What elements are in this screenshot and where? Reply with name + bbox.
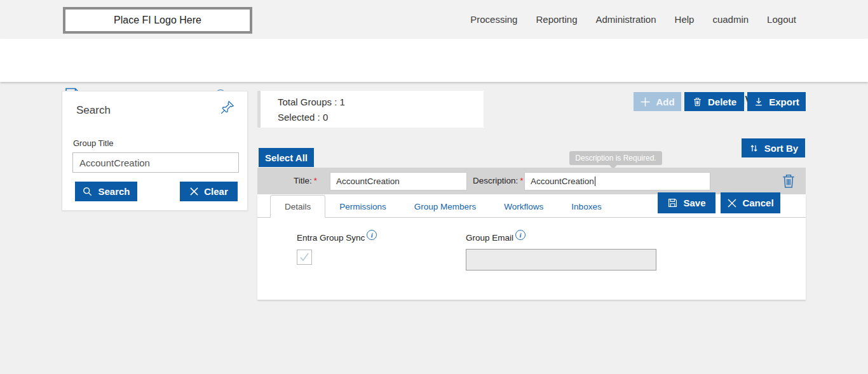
entra-info-icon[interactable]: i: [367, 230, 377, 240]
search-panel-title: Search: [76, 104, 111, 117]
tab-inboxes[interactable]: Inboxes: [557, 195, 615, 218]
entra-group-sync-checkbox[interactable]: [297, 250, 312, 265]
export-button[interactable]: Export: [747, 92, 806, 111]
required-asterisk: *: [520, 176, 523, 185]
tab-permissions[interactable]: Permissions: [325, 195, 400, 218]
trash-icon: [692, 97, 703, 107]
search-button[interactable]: Search: [75, 182, 137, 201]
search-panel: Search Group Title Search Clear: [62, 91, 248, 211]
total-groups-count: Total Groups : 1: [278, 97, 345, 107]
sort-by-label: Sort By: [764, 143, 798, 154]
nav-item-reporting[interactable]: Reporting: [536, 14, 577, 25]
group-description-input[interactable]: AccountCreation: [524, 172, 710, 190]
group-title-label: Group Title: [73, 138, 114, 148]
top-navigation: Processing Reporting Administration Help…: [470, 0, 796, 39]
add-button-label: Add: [656, 97, 674, 107]
save-button[interactable]: Save: [658, 192, 715, 213]
clear-button[interactable]: Clear: [180, 182, 238, 201]
clear-button-label: Clear: [204, 186, 228, 197]
group-row: Title:* Description:* AccountCreation: [257, 168, 806, 194]
nav-item-help[interactable]: Help: [675, 14, 695, 25]
tooltip-text: Description is Required.: [575, 154, 656, 163]
page-header: Group Maintenance i Kinective Sign: [0, 39, 868, 82]
selected-count: Selected : 0: [278, 112, 328, 123]
nav-item-processing[interactable]: Processing: [470, 14, 517, 25]
export-button-label: Export: [769, 97, 799, 107]
tab-group-members[interactable]: Group Members: [400, 195, 491, 218]
entra-group-sync-label: Entra Group Sync i: [297, 232, 377, 243]
group-email-label: Group Email i: [466, 232, 526, 243]
close-icon: [189, 187, 199, 196]
add-button[interactable]: Add: [634, 92, 681, 111]
fi-logo-placeholder[interactable]: Place FI Logo Here: [63, 7, 252, 34]
download-icon: [754, 97, 764, 107]
description-field-label: Description:*: [473, 176, 524, 185]
nav-item-cuadmin[interactable]: cuadmin: [712, 14, 749, 25]
required-asterisk: *: [314, 176, 317, 185]
plus-icon: [640, 97, 651, 107]
group-title-search-input[interactable]: [72, 152, 239, 173]
group-maintenance-page: Place FI Logo Here Processing Reporting …: [0, 0, 868, 374]
sort-arrows-icon: [749, 143, 759, 154]
close-icon: [727, 198, 737, 208]
save-icon: [667, 197, 678, 208]
nav-item-logout[interactable]: Logout: [767, 14, 796, 25]
search-icon: [82, 186, 93, 197]
nav-item-administration[interactable]: Administration: [596, 14, 656, 25]
group-summary-box: Total Groups : 1 Selected : 0: [257, 91, 484, 128]
tab-details[interactable]: Details: [270, 195, 325, 218]
description-required-tooltip: Description is Required.: [569, 151, 662, 165]
text-cursor: [595, 177, 595, 186]
save-button-label: Save: [683, 197, 705, 208]
title-field-label: Title:*: [294, 176, 317, 185]
delete-button[interactable]: Delete: [684, 92, 744, 111]
check-icon: [299, 251, 310, 263]
group-email-info-icon[interactable]: i: [515, 230, 526, 240]
sort-by-button[interactable]: Sort By: [742, 138, 805, 157]
cancel-button-label: Cancel: [742, 197, 773, 208]
select-all-button[interactable]: Select All: [259, 148, 314, 167]
group-title-input[interactable]: [330, 172, 467, 190]
select-all-label: Select All: [265, 152, 308, 163]
search-button-label: Search: [98, 186, 130, 197]
row-trash-icon[interactable]: [780, 171, 797, 190]
group-email-input: [466, 249, 656, 270]
top-bar: Place FI Logo Here Processing Reporting …: [0, 0, 868, 39]
tab-workflows[interactable]: Workflows: [490, 195, 557, 218]
delete-button-label: Delete: [708, 97, 736, 107]
cancel-button[interactable]: Cancel: [721, 192, 780, 213]
group-detail-panel: Details Permissions Group Members Workfl…: [257, 194, 806, 300]
fi-logo-text: Place FI Logo Here: [114, 15, 201, 26]
description-value: AccountCreation: [531, 177, 594, 186]
pin-icon[interactable]: [219, 99, 236, 116]
